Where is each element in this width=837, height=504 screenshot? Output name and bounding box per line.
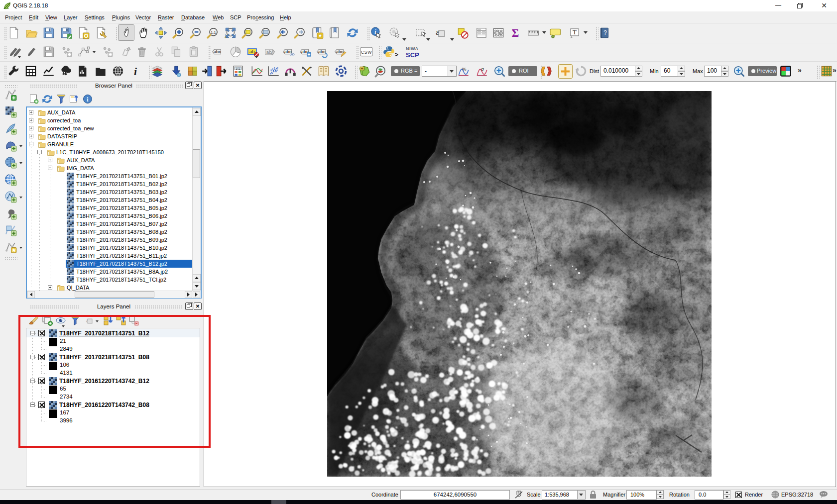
svg-text:T: T	[573, 28, 577, 36]
svg-text:σ: σ	[481, 66, 484, 72]
svg-text:ε: ε	[436, 27, 439, 37]
svg-text:abc: abc	[336, 49, 344, 54]
svg-text:1*2: 1*2	[236, 67, 240, 70]
svg-text:Σ: Σ	[512, 27, 519, 39]
svg-text:CSW: CSW	[361, 50, 372, 55]
svg-text:1:1: 1:1	[211, 30, 216, 35]
svg-text:abc: abc	[318, 49, 326, 54]
svg-text:%: %	[462, 66, 467, 72]
svg-text:ab: ab	[266, 49, 272, 55]
svg-text:ab: ab	[249, 49, 255, 54]
svg-text:abc: abc	[284, 49, 292, 54]
svg-text:?: ?	[603, 29, 607, 36]
svg-text:abc: abc	[214, 49, 221, 54]
svg-text:i: i	[134, 66, 137, 78]
